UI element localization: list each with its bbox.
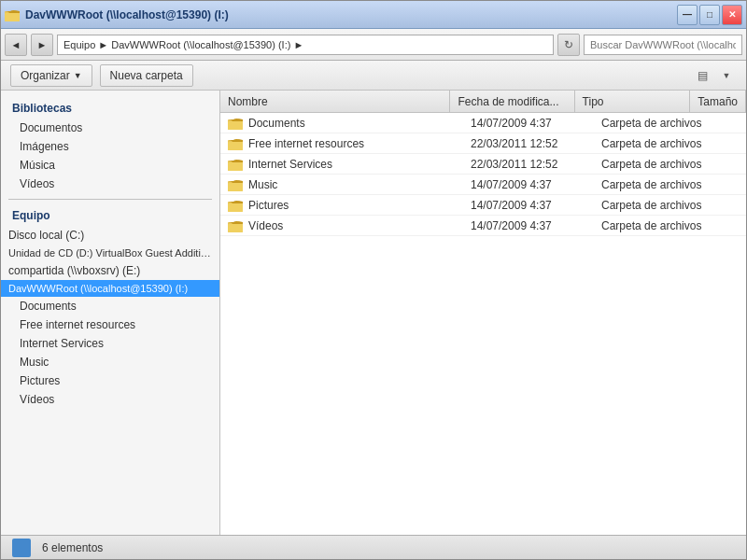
col-header-type[interactable]: Tipo: [575, 91, 691, 112]
file-name-cell: Internet Services: [220, 154, 463, 174]
file-date-cell: 14/07/2009 4:37: [463, 216, 594, 235]
table-row[interactable]: Vídeos 14/07/2009 4:37 Carpeta de archiv…: [220, 216, 746, 236]
col-header-size[interactable]: Tamaño: [690, 91, 746, 112]
file-name-cell: Pictures: [220, 195, 463, 215]
sidebar-sub-videos[interactable]: Vídeos: [1, 390, 219, 409]
file-type-cell: Carpeta de archivos: [594, 133, 715, 153]
file-name-cell: Free internet resources: [220, 133, 463, 153]
file-type-cell: Carpeta de archivos: [594, 113, 715, 133]
folder-icon: [228, 158, 243, 171]
file-size-cell: [715, 195, 746, 215]
libraries-section: Bibliotecas Documentos Imágenes Música V…: [1, 98, 219, 193]
folder-title-icon: [5, 7, 20, 22]
file-size-cell: [715, 113, 746, 133]
col-header-date[interactable]: Fecha de modifica...: [450, 91, 574, 112]
address-input[interactable]: [57, 35, 554, 55]
sidebar-sub-music[interactable]: Music: [1, 353, 219, 371]
file-name-text: Free internet resources: [248, 137, 364, 150]
svg-rect-13: [228, 224, 243, 232]
table-row[interactable]: Internet Services 22/03/2011 12:52 Carpe…: [220, 154, 746, 175]
svg-rect-11: [228, 203, 243, 212]
file-name-text: Pictures: [248, 199, 289, 212]
file-size-cell: [715, 154, 746, 174]
svg-rect-5: [228, 142, 243, 150]
sidebar-sub-internetservices[interactable]: Internet Services: [1, 334, 219, 353]
forward-button[interactable]: ►: [31, 34, 53, 56]
sidebar-sub-documents[interactable]: Documents: [1, 297, 219, 315]
file-name-text: Internet Services: [248, 158, 332, 171]
file-type-cell: Carpeta de archivos: [594, 175, 715, 194]
back-button[interactable]: ◄: [5, 34, 27, 56]
folder-icon: [228, 199, 243, 212]
organize-button[interactable]: Organizar ▼: [10, 64, 92, 87]
new-folder-button[interactable]: Nueva carpeta: [100, 64, 193, 87]
file-name-cell: Music: [220, 175, 463, 194]
libraries-header[interactable]: Bibliotecas: [1, 98, 219, 119]
file-date-cell: 14/07/2009 4:37: [463, 195, 594, 215]
main-content: Bibliotecas Documentos Imágenes Música V…: [1, 91, 746, 535]
file-area: Nombre Fecha de modifica... Tipo Tamaño …: [220, 91, 746, 535]
file-date-cell: 14/07/2009 4:37: [463, 113, 594, 133]
table-row[interactable]: Free internet resources 22/03/2011 12:52…: [220, 133, 746, 154]
table-row[interactable]: Pictures 14/07/2009 4:37 Carpeta de arch…: [220, 195, 746, 216]
sidebar-cd-drive[interactable]: Unidad de CD (D:) VirtualBox Guest Addit…: [1, 245, 219, 261]
table-row[interactable]: Music 14/07/2009 4:37 Carpeta de archivo…: [220, 175, 746, 195]
title-bar-left: DavWWWRoot (\\localhost@15390) (I:): [5, 7, 229, 22]
refresh-button[interactable]: ↻: [557, 34, 580, 56]
equipo-header[interactable]: Equipo: [1, 205, 219, 226]
file-date-cell: 22/03/2011 12:52: [463, 154, 594, 174]
window-title: DavWWWRoot (\\localhost@15390) (I:): [25, 8, 229, 21]
file-type-cell: Carpeta de archivos: [594, 216, 715, 235]
sidebar-item-musica[interactable]: Música: [1, 156, 219, 175]
toolbar: Organizar ▼ Nueva carpeta ▤ ▼: [1, 61, 746, 91]
sidebar-vboxsrv[interactable]: compartida (\\vboxsrv) (E:): [1, 261, 219, 280]
svg-rect-7: [228, 162, 243, 171]
folder-icon: [228, 137, 243, 150]
file-date-cell: 22/03/2011 12:52: [463, 133, 594, 153]
view-toggle-button[interactable]: ▤: [692, 65, 712, 86]
sidebar-item-imagenes[interactable]: Imágenes: [1, 137, 219, 156]
col-header-name[interactable]: Nombre: [220, 91, 450, 112]
sidebar-item-documentos[interactable]: Documentos: [1, 119, 219, 137]
sidebar-sub-pictures[interactable]: Pictures: [1, 371, 219, 390]
title-bar-controls: — □ ✕: [677, 5, 742, 25]
equipo-section: Equipo Disco local (C:) Unidad de CD (D:…: [1, 205, 219, 409]
file-type-cell: Carpeta de archivos: [594, 195, 715, 215]
file-name-text: Vídeos: [248, 219, 283, 232]
status-icon: [12, 539, 31, 557]
file-type-cell: Carpeta de archivos: [594, 154, 715, 174]
file-name-text: Music: [248, 178, 277, 191]
svg-rect-3: [228, 121, 243, 130]
column-headers: Nombre Fecha de modifica... Tipo Tamaño: [220, 91, 746, 113]
svg-rect-1: [5, 13, 20, 21]
close-button[interactable]: ✕: [722, 5, 742, 25]
file-size-cell: [715, 175, 746, 194]
folder-icon: [228, 219, 243, 232]
address-bar: ◄ ► ↻: [1, 29, 746, 61]
table-row[interactable]: Documents 14/07/2009 4:37 Carpeta de arc…: [220, 113, 746, 133]
sidebar-divider-1: [8, 199, 212, 200]
folder-icon: [228, 178, 243, 191]
sidebar-item-videos[interactable]: Vídeos: [1, 175, 219, 193]
status-bar: 6 elementos: [1, 535, 746, 559]
file-name-cell: Documents: [220, 113, 463, 133]
title-bar: DavWWWRoot (\\localhost@15390) (I:) — □ …: [1, 1, 746, 29]
view-dropdown-button[interactable]: ▼: [716, 65, 737, 86]
status-count: 6 elementos: [42, 541, 103, 554]
minimize-button[interactable]: —: [677, 5, 698, 25]
file-size-cell: [715, 133, 746, 153]
search-input[interactable]: [584, 35, 742, 55]
explorer-window: DavWWWRoot (\\localhost@15390) (I:) — □ …: [0, 0, 747, 560]
file-list: Documents 14/07/2009 4:37 Carpeta de arc…: [220, 113, 746, 236]
file-date-cell: 14/07/2009 4:37: [463, 175, 594, 194]
file-name-cell: Vídeos: [220, 216, 463, 235]
svg-rect-9: [228, 183, 243, 191]
folder-icon: [228, 117, 243, 130]
sidebar-disco-local[interactable]: Disco local (C:): [1, 226, 219, 245]
file-size-cell: [715, 216, 746, 235]
sidebar-sub-freeinternet[interactable]: Free internet resources: [1, 315, 219, 334]
toolbar-right: ▤ ▼: [692, 65, 737, 86]
file-name-text: Documents: [248, 117, 305, 130]
sidebar-davwwwroot[interactable]: DavWWWRoot (\\localhost@15390) (I:): [1, 280, 219, 297]
maximize-button[interactable]: □: [699, 5, 720, 25]
